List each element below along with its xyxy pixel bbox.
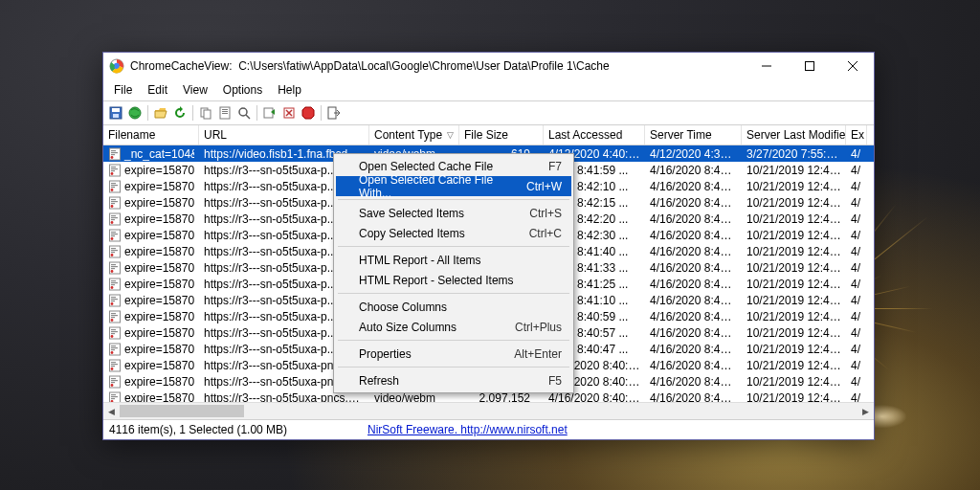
col-server-modified[interactable]: Server Last Modified [742, 125, 846, 145]
svg-rect-46 [111, 235, 115, 236]
svg-rect-66 [111, 301, 115, 301]
svg-rect-55 [111, 266, 118, 267]
svg-rect-45 [111, 234, 118, 234]
svg-rect-25 [111, 168, 118, 169]
svg-rect-59 [111, 280, 116, 281]
svg-rect-64 [111, 297, 116, 298]
close-button[interactable] [831, 53, 874, 79]
col-url[interactable]: URL [199, 125, 369, 145]
svg-rect-19 [111, 150, 116, 151]
svg-rect-44 [111, 232, 116, 233]
svg-rect-81 [111, 349, 115, 350]
menu-view[interactable]: View [176, 81, 214, 99]
svg-marker-16 [302, 107, 314, 119]
toolbar-refresh-icon[interactable] [171, 104, 189, 122]
svg-rect-30 [111, 185, 118, 186]
svg-rect-60 [111, 282, 118, 283]
svg-rect-8 [204, 110, 211, 119]
menu-options[interactable]: Options [216, 81, 269, 99]
svg-rect-70 [111, 315, 118, 316]
svg-point-52 [111, 254, 114, 256]
col-file-size[interactable]: File Size [459, 125, 544, 145]
svg-rect-11 [222, 111, 228, 112]
scroll-right-icon[interactable]: ▶ [858, 403, 874, 419]
svg-rect-80 [111, 347, 118, 348]
svg-point-72 [111, 319, 114, 322]
svg-point-87 [111, 368, 114, 370]
svg-rect-31 [111, 187, 115, 188]
status-count: 4116 item(s), 1 Selected (1.00 MB) [109, 423, 368, 436]
svg-point-62 [111, 286, 114, 289]
menu-help[interactable]: Help [271, 81, 308, 99]
svg-rect-34 [111, 199, 116, 200]
svg-rect-79 [111, 345, 116, 346]
svg-rect-69 [111, 313, 116, 314]
status-credit[interactable]: NirSoft Freeware. http://www.nirsoft.net [368, 423, 568, 436]
toolbar-props-icon[interactable] [216, 104, 234, 122]
toolbar-save-icon[interactable] [107, 104, 124, 122]
svg-rect-94 [111, 394, 116, 395]
col-filename[interactable]: Filename [103, 125, 199, 145]
svg-rect-50 [111, 250, 118, 251]
svg-rect-61 [111, 284, 115, 285]
ctx-report-all[interactable]: HTML Report - All Items [336, 250, 571, 270]
svg-rect-89 [111, 378, 116, 379]
minimize-button[interactable] [745, 53, 788, 79]
svg-point-27 [111, 172, 114, 175]
ctx-report-selected[interactable]: HTML Report - Selected Items [336, 270, 571, 290]
toolbar-find-icon[interactable] [235, 104, 253, 122]
app-icon [109, 58, 124, 74]
context-menu: Open Selected Cache FileF7 Open Selected… [333, 153, 574, 393]
sort-desc-icon: ▽ [443, 130, 454, 140]
column-headers: Filename URL Content Type▽ File Size Las… [103, 125, 874, 145]
svg-point-77 [111, 335, 114, 338]
toolbar-exit-icon[interactable] [325, 104, 343, 122]
scroll-thumb[interactable] [120, 405, 244, 417]
svg-rect-26 [111, 170, 115, 171]
ctx-choose-columns[interactable]: Choose Columns [336, 297, 571, 317]
ctx-save[interactable]: Save Selected ItemsCtrl+S [336, 203, 571, 223]
svg-rect-84 [111, 362, 116, 363]
svg-rect-54 [111, 264, 116, 265]
svg-point-42 [111, 221, 114, 224]
ctx-properties[interactable]: PropertiesAlt+Enter [336, 344, 571, 364]
ctx-open-with[interactable]: Open Selected Cache File With...Ctrl+W [336, 176, 571, 196]
ctx-auto-size-columns[interactable]: Auto Size ColumnsCtrl+Plus [336, 317, 571, 337]
svg-rect-4 [112, 108, 120, 112]
toolbar-open-icon[interactable] [152, 104, 169, 122]
col-expire[interactable]: Ex [846, 125, 867, 145]
col-server-time[interactable]: Server Time [645, 125, 742, 145]
menu-edit[interactable]: Edit [141, 81, 174, 99]
ctx-refresh[interactable]: RefreshF5 [336, 370, 571, 390]
svg-rect-76 [111, 333, 115, 334]
svg-rect-36 [111, 203, 115, 204]
svg-rect-65 [111, 299, 118, 300]
horizontal-scrollbar[interactable]: ◀ ▶ [103, 402, 874, 419]
svg-point-47 [111, 237, 114, 240]
svg-point-22 [111, 156, 114, 159]
svg-point-92 [111, 384, 114, 387]
toolbar-copy-icon[interactable] [197, 104, 214, 122]
svg-rect-74 [111, 329, 116, 330]
toolbar-stop-icon[interactable] [300, 104, 317, 122]
col-content-type[interactable]: Content Type▽ [369, 125, 459, 145]
svg-rect-85 [111, 364, 118, 365]
toolbar-delete-icon[interactable] [280, 104, 298, 122]
col-last-accessed[interactable]: Last Accessed [544, 125, 645, 145]
toolbar-world-icon[interactable] [126, 104, 144, 122]
svg-point-82 [111, 351, 114, 354]
svg-rect-71 [111, 317, 115, 318]
scroll-left-icon[interactable]: ◀ [103, 403, 120, 419]
svg-rect-5 [113, 114, 119, 118]
ctx-copy[interactable]: Copy Selected ItemsCtrl+C [336, 223, 571, 243]
toolbar-export-icon[interactable] [261, 104, 278, 122]
maximize-button[interactable] [788, 53, 831, 79]
menu-file[interactable]: File [107, 81, 139, 99]
window-title: ChromeCacheView: C:\Users\fatiw\AppData\… [130, 59, 745, 73]
titlebar[interactable]: ChromeCacheView: C:\Users\fatiw\AppData\… [103, 53, 874, 79]
svg-rect-56 [111, 268, 115, 269]
svg-point-32 [111, 189, 114, 191]
svg-rect-2 [805, 62, 813, 71]
svg-rect-35 [111, 201, 118, 202]
svg-rect-21 [111, 154, 115, 155]
